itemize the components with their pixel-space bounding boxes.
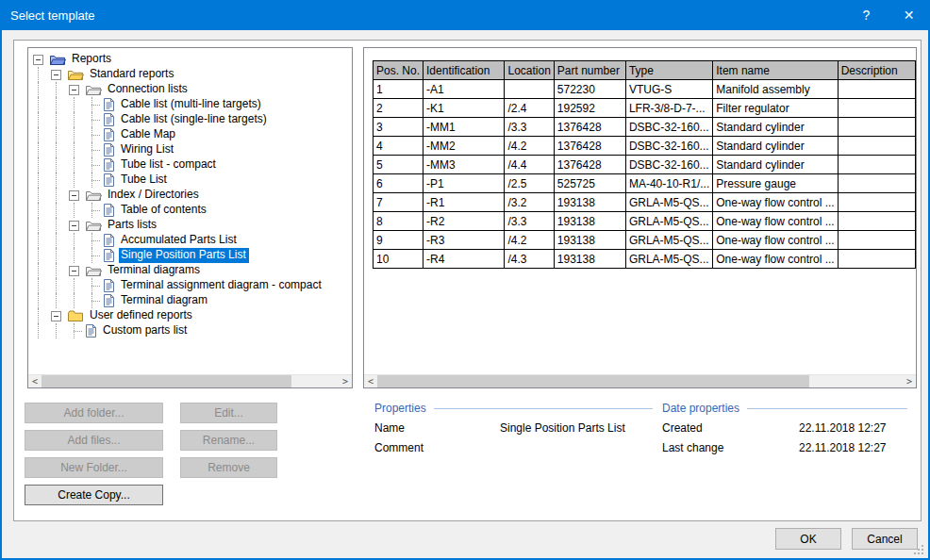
table-cell: 6 — [374, 174, 423, 193]
collapse-icon[interactable] — [69, 190, 79, 201]
table-row[interactable]: 2-K1/2.4192592LFR-3/8-D-7-...Filter regu… — [374, 99, 916, 118]
collapse-icon[interactable] — [69, 221, 79, 231]
tree-item[interactable]: Cable list (multi-line targets) — [33, 97, 352, 112]
table-row[interactable]: 5-MM3/4.41376428DSBC-32-160...Standard c… — [374, 156, 916, 174]
table-cell: GRLA-M5-QS... — [625, 193, 712, 212]
ok-button[interactable]: OK — [775, 528, 841, 550]
tree-connector — [87, 173, 103, 188]
tree-item[interactable]: Table of contents — [33, 203, 352, 218]
table-row[interactable]: 9-R3/4.2193138GRLA-M5-QS...One-way flow … — [374, 231, 916, 250]
scroll-left-icon[interactable]: < — [28, 375, 42, 387]
collapse-icon[interactable] — [51, 311, 61, 321]
new-folder-button[interactable]: New Folder... — [25, 457, 163, 478]
tree-item-label[interactable]: Tube List — [119, 173, 170, 188]
tree-item[interactable]: Terminal diagram — [33, 293, 352, 308]
tree-item-label[interactable]: Connection lists — [106, 82, 191, 97]
collapse-icon[interactable] — [33, 55, 43, 65]
cancel-button[interactable]: Cancel — [852, 528, 918, 550]
tree-item[interactable]: Wiring List — [33, 142, 352, 157]
tree-item[interactable]: Terminal diagrams — [33, 263, 352, 278]
tree-horizontal-scrollbar[interactable]: < > — [28, 374, 352, 387]
tree-item[interactable]: Single Position Parts List — [33, 248, 352, 263]
tree-connector — [87, 157, 103, 173]
resize-grip-icon[interactable] — [914, 545, 923, 554]
table-row[interactable]: 8-R2/3.3193138GRLA-M5-QS...One-way flow … — [374, 212, 916, 231]
tree-item-label[interactable]: Single Position Parts List — [119, 248, 249, 263]
table-row[interactable]: 4-MM2/4.21376428DSBC-32-160...Standard c… — [374, 137, 916, 156]
table-cell: 193138 — [554, 231, 625, 250]
rename-button[interactable]: Rename... — [180, 430, 277, 451]
tree-item[interactable]: Cable list (single-line targets) — [33, 112, 352, 127]
add-files-button[interactable]: Add files... — [25, 430, 163, 451]
column-header: Pos. No. — [374, 61, 423, 80]
table-cell: -MM1 — [423, 118, 505, 137]
tree-item-label[interactable]: Terminal assignment diagram - compact — [119, 278, 324, 293]
tree-indent-guide — [33, 248, 51, 263]
scrollbar-thumb[interactable] — [377, 375, 809, 387]
table-row[interactable]: 6-P1/2.5525725MA-40-10-R1/...Pressure ga… — [374, 174, 916, 193]
tree-item-label[interactable]: Accumulated Parts List — [119, 233, 240, 248]
parts-list-table: Pos. No.IdentificationLocationPart numbe… — [373, 60, 916, 269]
tree-connector — [87, 293, 103, 308]
remove-button[interactable]: Remove — [180, 457, 277, 478]
scrollbar-thumb[interactable] — [42, 375, 291, 387]
tree-item[interactable]: Reports — [33, 52, 352, 67]
tree-item[interactable]: Connection lists — [33, 82, 352, 97]
tree-item[interactable]: Parts lists — [33, 218, 352, 233]
template-preview-panel: Pos. No.IdentificationLocationPart numbe… — [363, 47, 917, 388]
tree-indent-guide — [69, 97, 87, 112]
table-row[interactable]: 7-R1/3.2193138GRLA-M5-QS...One-way flow … — [374, 193, 916, 212]
tree-indent-guide — [33, 233, 51, 248]
document-icon — [103, 112, 115, 127]
create-copy-button[interactable]: Create Copy... — [25, 485, 163, 505]
tree-item-label[interactable]: Wiring List — [119, 142, 176, 157]
table-cell: GRLA-M5-QS... — [625, 250, 712, 269]
tree-item[interactable]: Tube List — [33, 173, 352, 188]
tree-item-label[interactable]: Table of contents — [119, 203, 209, 218]
tree-item-label[interactable]: Standard reports — [88, 67, 176, 82]
tree-item[interactable]: Terminal assignment diagram - compact — [33, 278, 352, 293]
close-icon[interactable]: ✕ — [888, 0, 930, 30]
tree-item-label[interactable]: Cable Map — [119, 127, 178, 142]
table-row[interactable]: 10-R4/4.3193138GRLA-M5-QS...One-way flow… — [374, 250, 916, 269]
tree-item[interactable]: Accumulated Parts List — [33, 233, 352, 248]
table-cell: -K1 — [423, 99, 505, 118]
collapse-icon[interactable] — [69, 266, 79, 276]
tree-indent-guide — [69, 127, 87, 142]
tree-item[interactable]: Cable Map — [33, 127, 352, 142]
tree-item-label[interactable]: Index / Directories — [106, 188, 202, 203]
table-cell: -R1 — [423, 193, 505, 212]
table-header-row: Pos. No.IdentificationLocationPart numbe… — [374, 61, 916, 80]
tree-item-label[interactable]: Cable list (single-line targets) — [119, 112, 270, 127]
tree-item[interactable]: User defined reports — [33, 308, 352, 323]
add-folder-button[interactable]: Add folder... — [25, 403, 163, 423]
scroll-left-icon[interactable]: < — [364, 375, 377, 387]
tree-item-label[interactable]: User defined reports — [88, 308, 195, 323]
table-cell — [838, 174, 915, 193]
collapse-icon[interactable] — [51, 70, 61, 80]
tree-item-label[interactable]: Tube list - compact — [119, 157, 219, 173]
scroll-right-icon[interactable]: > — [339, 375, 352, 387]
table-cell: /4.2 — [505, 137, 554, 156]
edit-button[interactable]: Edit... — [180, 403, 277, 423]
collapse-icon[interactable] — [69, 85, 79, 95]
tree-item-label[interactable]: Parts lists — [106, 218, 159, 233]
document-icon — [103, 278, 115, 293]
table-row[interactable]: 1-A1 572230VTUG-SManifold assembly — [374, 80, 916, 99]
tree-indent-guide — [33, 127, 51, 142]
help-icon[interactable]: ? — [845, 0, 888, 30]
tree-item-label[interactable]: Reports — [70, 52, 114, 67]
tree-item-label[interactable]: Custom parts list — [101, 323, 190, 338]
tree-item[interactable]: Custom parts list — [33, 323, 352, 338]
table-horizontal-scrollbar[interactable]: < > — [364, 374, 916, 387]
table-row[interactable]: 3-MM1/3.31376428DSBC-32-160...Standard c… — [374, 118, 916, 137]
tree-item[interactable]: Tube list - compact — [33, 157, 352, 173]
tree-indent-guide — [51, 82, 69, 97]
tree-item-label[interactable]: Terminal diagram — [119, 293, 210, 308]
scroll-right-icon[interactable]: > — [903, 375, 916, 387]
tree-item-label[interactable]: Terminal diagrams — [106, 263, 203, 278]
tree-item[interactable]: Standard reports — [33, 67, 352, 82]
tree-item-label[interactable]: Cable list (multi-line targets) — [119, 97, 264, 112]
tree-indent-guide — [69, 293, 87, 308]
tree-item[interactable]: Index / Directories — [33, 188, 352, 203]
